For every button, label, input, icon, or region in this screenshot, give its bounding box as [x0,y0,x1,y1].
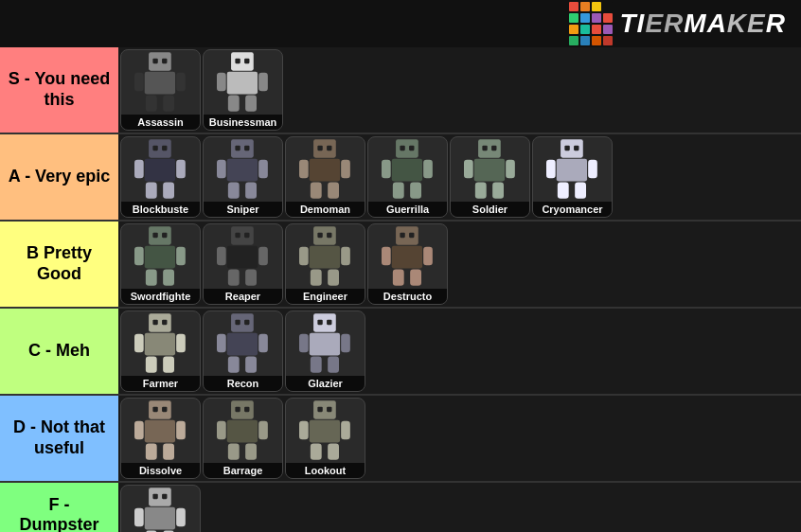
tier-item-dissolve[interactable]: Dissolve [120,398,201,479]
tier-row-d: D - Not that useful Dissolve [0,396,801,483]
svg-rect-67 [144,246,174,269]
item-label: Soldier [451,202,529,217]
svg-rect-135 [245,444,257,460]
svg-rect-30 [227,183,239,199]
tier-item-recon[interactable]: Recon [203,310,283,392]
svg-rect-131 [226,420,257,443]
tier-item-guerrilla[interactable]: Guerrilla [367,136,448,218]
tier-item-barrage[interactable]: Barrage [203,398,283,479]
tier-item-glazier[interactable]: Glazier [285,310,365,392]
logo-cell [592,36,601,45]
tier-item-destructor[interactable]: Destructo [367,223,448,305]
tier-item-farmer[interactable]: Farmer [120,310,201,392]
svg-rect-37 [341,160,350,178]
svg-rect-17 [152,146,157,151]
svg-rect-97 [152,320,157,325]
svg-rect-40 [396,139,418,157]
svg-rect-63 [575,183,586,199]
svg-rect-48 [478,139,501,157]
svg-rect-11 [226,72,257,95]
svg-rect-62 [557,183,568,199]
svg-rect-106 [244,320,249,325]
tier-item-swordfighter[interactable]: Swordfighte [120,223,201,305]
svg-rect-142 [310,444,321,460]
tier-item-assassin[interactable]: Assassin [120,49,201,131]
svg-rect-72 [231,226,254,244]
tier-row-c: C - Meh Farmer [0,309,801,396]
svg-rect-148 [134,508,144,526]
tier-item-juggernaut[interactable]: Juggernaut [120,485,201,532]
svg-rect-79 [245,270,257,286]
tier-label-f: F - Dumpster Fire [0,483,118,532]
item-label: Farmer [121,376,200,391]
tier-item-cryomancer[interactable]: Cryomancer [532,136,613,218]
logo-cell [569,25,578,34]
svg-rect-81 [317,233,322,238]
tier-row-s: S - You need this Assassin [0,47,801,134]
tier-row-a: A - Very epic Blockbuste [0,134,801,222]
svg-rect-65 [152,233,157,238]
svg-rect-139 [309,420,339,443]
svg-rect-94 [392,270,403,286]
svg-rect-46 [392,183,403,199]
svg-rect-42 [409,146,414,151]
tier-item-lookout[interactable]: Lookout [285,398,365,479]
tier-item-businessman[interactable]: Businessman [203,49,283,131]
tier-items-c: Farmer Recon [118,309,801,394]
svg-rect-22 [145,183,156,199]
svg-rect-53 [506,160,515,178]
tier-row-f: F - Dumpster Fire Juggernaut [0,483,801,532]
svg-rect-101 [176,334,186,352]
item-label: Assassin [121,115,200,130]
svg-rect-52 [464,160,473,178]
tier-item-demoman[interactable]: Demoman [285,136,365,218]
svg-rect-57 [564,146,569,151]
svg-rect-88 [396,226,418,244]
item-label: Sniper [204,202,282,217]
svg-rect-96 [149,313,171,331]
svg-rect-118 [310,357,321,373]
svg-rect-26 [244,146,249,151]
tier-label-s: S - You need this [0,47,118,133]
tier-item-soldier[interactable]: Soldier [450,136,530,218]
svg-rect-23 [163,183,174,199]
tier-item-engineer[interactable]: Engineer [285,223,365,305]
item-label: Destructo [368,289,447,304]
tier-item-reaper[interactable]: Reaper [203,223,283,305]
svg-rect-38 [310,183,321,199]
svg-rect-43 [391,159,421,182]
svg-rect-89 [400,233,404,238]
svg-rect-93 [423,247,433,265]
logo-cell [603,13,613,23]
svg-rect-130 [244,407,249,412]
svg-rect-34 [327,146,331,151]
svg-rect-133 [258,421,268,439]
svg-rect-120 [149,400,171,418]
svg-rect-12 [217,73,226,91]
logo-cell [580,2,590,11]
svg-rect-80 [313,226,336,244]
svg-rect-45 [423,160,433,178]
tier-item-sniper[interactable]: Sniper [203,136,283,218]
svg-rect-51 [473,159,504,182]
svg-rect-27 [226,159,257,182]
svg-rect-55 [492,183,504,199]
svg-rect-111 [245,357,257,373]
svg-rect-84 [299,247,309,265]
svg-rect-98 [162,320,167,325]
item-label: Recon [204,376,282,391]
svg-rect-92 [382,247,391,265]
svg-rect-107 [226,333,257,356]
svg-rect-121 [152,407,157,412]
svg-rect-147 [144,507,174,530]
tier-item-blockbuster[interactable]: Blockbuste [120,136,201,218]
svg-rect-36 [299,160,309,178]
item-label: Guerrilla [368,202,447,217]
svg-rect-39 [328,183,339,199]
svg-rect-99 [144,333,174,356]
svg-rect-76 [217,247,226,265]
svg-rect-68 [134,247,144,265]
svg-rect-129 [235,407,240,412]
logo-text: TierMaker [620,9,786,39]
svg-rect-33 [317,146,322,151]
